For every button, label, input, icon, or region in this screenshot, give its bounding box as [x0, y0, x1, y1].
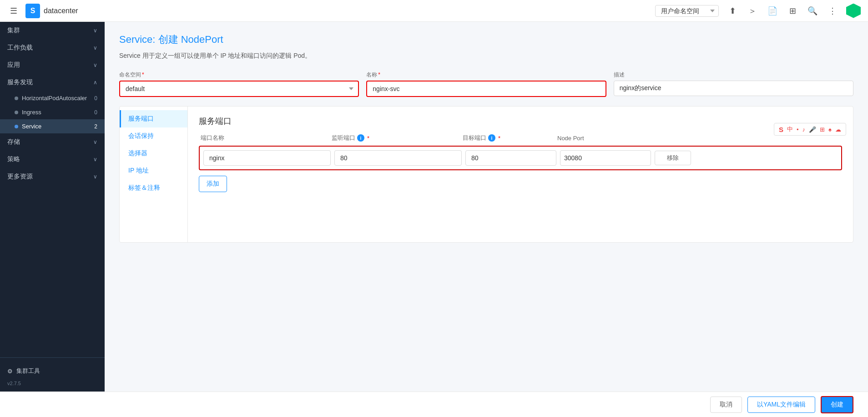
file-icon[interactable]: 📄 — [766, 5, 779, 17]
page-title: Service: 创建 NodePort — [119, 33, 853, 46]
cancel-button[interactable]: 取消 — [710, 397, 742, 413]
sidebar-item-more-resources[interactable]: 更多资源 ∨ — [0, 168, 105, 185]
tab-content-ports: 服务端口 端口名称 监听端口 i * 目标端口 i * — [188, 107, 853, 242]
sidebar-item-storage[interactable]: 存储 ∨ — [0, 133, 105, 151]
content-area: Service: 创建 NodePort Service 用于定义一组可以使用单… — [105, 22, 868, 392]
tab-ip[interactable]: IP 地址 — [120, 162, 187, 179]
rancher-icon — [846, 4, 861, 18]
form-top-row: 命名空间* default 名称* 描述 — [119, 71, 853, 97]
service-discovery-label: 服务发现 — [7, 78, 33, 86]
node-port-input[interactable] — [560, 150, 651, 166]
terminal-icon[interactable]: ＞ — [746, 5, 759, 17]
sidebar-footer: ⚙ 集群工具 v2.7.5 — [0, 357, 105, 392]
service-discovery-chevron: ∧ — [93, 79, 97, 86]
ingress-badge: 0 — [90, 109, 97, 116]
policy-chevron: ∨ — [93, 156, 97, 163]
col-node-port: Node Port — [557, 134, 648, 142]
sidebar-item-policy[interactable]: 策略 ∨ — [0, 151, 105, 168]
app-title: datacenter — [44, 7, 78, 15]
sidebar-item-workload[interactable]: 工作负载 ∨ — [0, 39, 105, 56]
more-icon[interactable]: ⋮ — [826, 5, 839, 17]
more-resources-chevron: ∨ — [93, 173, 97, 180]
port-table-header: 端口名称 监听端口 i * 目标端口 i * Node Port — [199, 134, 842, 142]
name-field: 名称* — [366, 71, 606, 97]
workload-chevron: ∨ — [93, 45, 97, 51]
col-target-port: 目标端口 i * — [463, 134, 554, 142]
footer-bar: 取消 以YAML文件编辑 创建 — [0, 392, 868, 417]
upload-icon[interactable]: ⬆ — [726, 5, 739, 17]
desc-field: 描述 — [614, 71, 853, 97]
policy-label: 策略 — [7, 155, 20, 163]
tab-selector[interactable]: 选择器 — [120, 145, 187, 162]
storage-chevron: ∨ — [93, 139, 97, 145]
sidebar-item-ingress[interactable]: Ingress 0 — [0, 105, 105, 119]
hpa-label: HorizontalPodAutoscaler — [22, 95, 87, 102]
header: ☰ S datacenter 用户命名空间 ⬆ ＞ 📄 ⊞ 🔍 ⋮ — [0, 0, 868, 22]
hpa-badge: 0 — [90, 95, 97, 102]
form-tabs: 服务端口 会话保持 选择器 IP 地址 标签＆注释 — [120, 107, 188, 242]
service-label: Service — [22, 123, 41, 130]
col-listen-port: 监听端口 i * — [332, 134, 459, 142]
name-label: 名称* — [366, 71, 606, 79]
logo-icon: S — [25, 4, 40, 18]
sidebar-item-service[interactable]: Service 2 — [0, 119, 105, 133]
cluster-chevron: ∨ — [93, 27, 97, 34]
ime-toolbar: S 中 • ♪ 🎤 ⊞ ♠ ☁ — [774, 123, 846, 136]
namespace-field: 命名空间* default — [119, 71, 359, 97]
ime-logo: S — [779, 126, 783, 133]
service-dot — [15, 125, 18, 128]
cluster-tools-button[interactable]: ⚙ 集群工具 — [7, 363, 97, 379]
cluster-tools-label: 集群工具 — [16, 367, 40, 375]
port-name-input[interactable] — [203, 150, 331, 166]
create-button[interactable]: 创建 — [821, 396, 853, 413]
listen-port-input[interactable] — [334, 150, 462, 166]
remove-port-button[interactable]: 移除 — [655, 151, 691, 165]
app-label: 应用 — [7, 61, 20, 69]
sidebar: 集群 ∨ 工作负载 ∨ 应用 ∨ 服务发现 ∧ Horizontal — [0, 22, 105, 392]
ingress-label: Ingress — [22, 109, 41, 116]
more-resources-label: 更多资源 — [7, 173, 33, 181]
target-port-input[interactable] — [465, 150, 556, 166]
hpa-dot — [15, 97, 18, 100]
add-port-button[interactable]: 添加 — [199, 176, 227, 192]
sidebar-item-hpa[interactable]: HorizontalPodAutoscaler 0 — [0, 91, 105, 105]
service-badge: 2 — [90, 123, 97, 130]
form-section: 服务端口 会话保持 选择器 IP 地址 标签＆注释 服务端口 端口名称 监听端口… — [119, 106, 853, 243]
version-text: v2.7.5 — [7, 379, 97, 386]
desc-label: 描述 — [614, 71, 853, 79]
namespace-select[interactable]: default — [119, 81, 359, 97]
cluster-label: 集群 — [7, 26, 20, 35]
ports-section-title: 服务端口 — [199, 116, 842, 127]
sidebar-item-service-discovery[interactable]: 服务发现 ∧ — [0, 74, 105, 91]
hamburger-icon[interactable]: ☰ — [7, 5, 20, 17]
page-description: Service 用于定义一组可以使用单个 IP 地址和端口访问的逻辑 Pod。 — [119, 52, 853, 60]
ingress-dot — [15, 111, 18, 114]
sidebar-item-app[interactable]: 应用 ∨ — [0, 56, 105, 74]
port-row: 移除 — [199, 146, 842, 170]
workload-label: 工作负载 — [7, 44, 33, 52]
main-layout: 集群 ∨ 工作负载 ∨ 应用 ∨ 服务发现 ∧ Horizontal — [0, 22, 868, 392]
search-icon[interactable]: 🔍 — [806, 5, 819, 17]
tab-session[interactable]: 会话保持 — [120, 127, 187, 145]
tab-labels[interactable]: 标签＆注释 — [120, 179, 187, 197]
target-info-badge: i — [488, 134, 495, 142]
sidebar-item-cluster[interactable]: 集群 ∨ — [0, 22, 105, 39]
listen-info-badge: i — [357, 134, 364, 142]
name-input[interactable] — [366, 81, 606, 97]
gear-icon: ⚙ — [7, 368, 13, 375]
tab-ports[interactable]: 服务端口 — [120, 110, 187, 127]
namespace-label: 命名空间* — [119, 71, 359, 79]
namespace-selector[interactable]: 用户命名空间 — [655, 5, 719, 17]
header-left: ☰ S datacenter — [7, 4, 78, 18]
col-port-name: 端口名称 — [201, 134, 328, 142]
desc-input[interactable] — [614, 81, 853, 96]
header-right: 用户命名空间 ⬆ ＞ 📄 ⊞ 🔍 ⋮ — [655, 4, 861, 18]
app-chevron: ∨ — [93, 62, 97, 68]
storage-label: 存储 — [7, 138, 20, 146]
app-logo: S datacenter — [25, 4, 78, 18]
yaml-edit-button[interactable]: 以YAML文件编辑 — [747, 397, 815, 413]
grid-icon[interactable]: ⊞ — [786, 5, 799, 17]
